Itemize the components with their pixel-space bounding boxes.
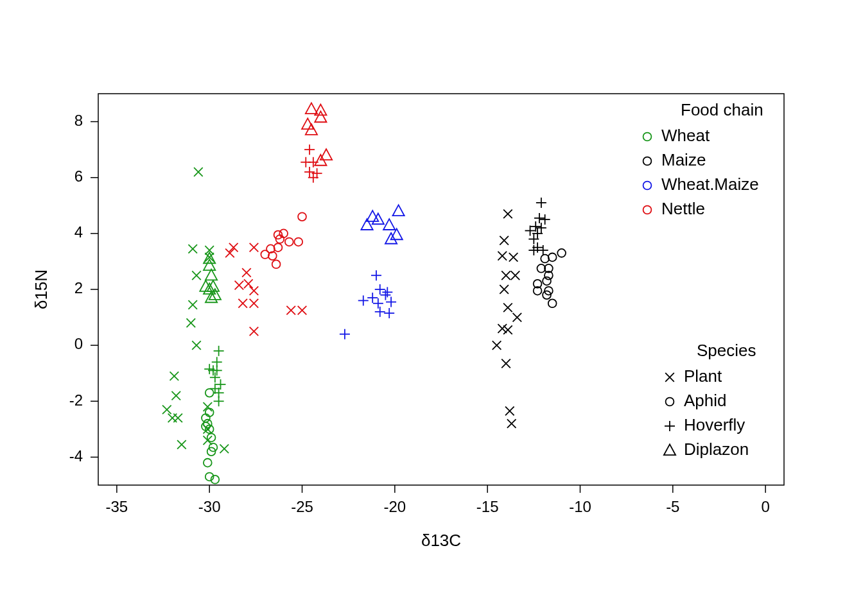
x-axis-title: δ13C (421, 531, 461, 550)
legend-shape-item: Hoverfly (684, 415, 745, 434)
x-tick-label: -25 (291, 498, 313, 515)
x-tick-label: -35 (106, 498, 128, 515)
svg-point-123 (541, 255, 549, 263)
y-tick-label: 6 (74, 167, 83, 185)
svg-point-239 (643, 157, 652, 166)
legend-color-item: Nettle (661, 199, 705, 218)
legend-shape-title: Species (697, 341, 756, 360)
x-tick-label: -20 (383, 498, 406, 515)
legend-color-title: Food chain (681, 100, 763, 119)
x-tick-label: -5 (666, 498, 679, 515)
chart-svg: -35-30-25-20-15-10-50-4-202468δ13Cδ15NFo… (0, 0, 863, 616)
x-tick-label: 0 (761, 498, 769, 515)
svg-point-244 (666, 398, 674, 406)
y-tick-label: -4 (69, 447, 83, 465)
svg-marker-182 (391, 228, 403, 239)
y-tick-label: -2 (69, 391, 83, 409)
legend-color-item: Maize (661, 150, 706, 169)
y-tick-label: 0 (74, 335, 83, 352)
svg-marker-177 (392, 205, 404, 216)
svg-point-217 (261, 250, 269, 259)
svg-marker-179 (372, 213, 384, 224)
legend-color-item: Wheat.Maize (661, 175, 759, 194)
legend-shape-item: Aphid (684, 391, 727, 410)
svg-marker-247 (664, 444, 676, 455)
svg-point-241 (643, 206, 652, 214)
svg-point-127 (543, 277, 551, 286)
scatter-chart: -35-30-25-20-15-10-50-4-202468δ13Cδ15NFo… (0, 0, 863, 616)
svg-point-214 (294, 238, 302, 246)
svg-marker-181 (383, 219, 395, 230)
legend-color-item: Wheat (661, 126, 710, 145)
legend-shape-item: Diplazon (684, 440, 749, 459)
x-tick-label: -30 (198, 498, 221, 515)
y-tick-label: 8 (74, 112, 83, 129)
svg-point-213 (285, 238, 293, 246)
svg-point-240 (643, 182, 652, 190)
svg-point-57 (207, 434, 216, 442)
y-axis-title: δ15N (31, 270, 51, 309)
svg-point-54 (204, 420, 212, 428)
x-tick-label: -15 (476, 498, 499, 515)
svg-point-132 (548, 299, 557, 307)
svg-point-238 (643, 133, 652, 141)
svg-point-218 (272, 260, 281, 268)
svg-point-51 (205, 389, 214, 397)
svg-point-121 (557, 249, 566, 257)
svg-marker-88 (205, 270, 217, 280)
legend-shape-item: Plant (684, 366, 722, 386)
x-tick-label: -10 (569, 498, 591, 515)
svg-marker-231 (306, 103, 317, 114)
y-tick-label: 4 (74, 223, 83, 241)
y-tick-label: 2 (74, 279, 83, 296)
svg-point-60 (204, 459, 212, 467)
svg-point-122 (548, 253, 557, 261)
svg-point-208 (298, 212, 306, 221)
svg-point-212 (274, 243, 283, 252)
